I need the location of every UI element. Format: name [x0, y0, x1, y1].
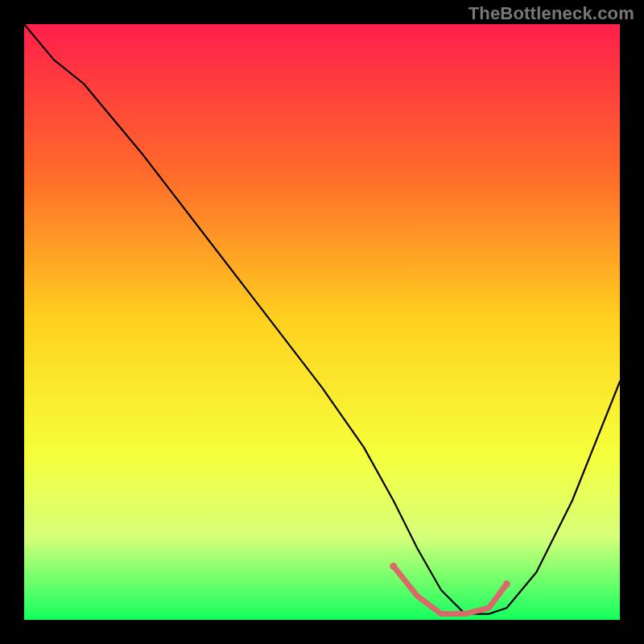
plot-area	[24, 24, 620, 620]
chart-svg	[24, 24, 620, 620]
chart-frame: TheBottleneck.com	[0, 0, 644, 644]
optimal-end	[503, 580, 510, 588]
optimal-start	[390, 563, 397, 570]
watermark-text: TheBottleneck.com	[469, 3, 634, 24]
gradient-bg	[24, 24, 620, 620]
